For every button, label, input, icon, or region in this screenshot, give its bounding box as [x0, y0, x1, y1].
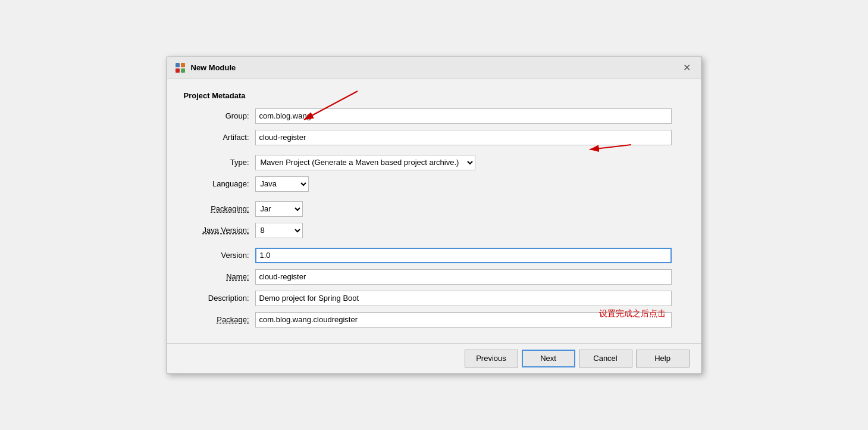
packaging-select[interactable]: Jar War [255, 201, 303, 217]
svg-line-6 [590, 145, 631, 149]
help-button[interactable]: Help [636, 350, 690, 367]
section-title: Project Metadata [184, 91, 685, 100]
title-bar: New Module ✕ [167, 57, 701, 79]
description-input[interactable] [255, 291, 672, 306]
version-label: Version: [184, 251, 255, 260]
dialog-footer: Previous Next Cancel Help [167, 343, 701, 373]
name-label: Name: [184, 272, 255, 281]
svg-rect-3 [181, 68, 185, 73]
type-row: Type: Maven Project (Generate a Maven ba… [184, 155, 685, 170]
java-version-label: Java Version: [184, 226, 255, 235]
language-label: Language: [184, 179, 255, 188]
title-bar-left: New Module [174, 62, 236, 74]
packaging-label: Packaging: [184, 204, 255, 213]
language-row: Language: Java Kotlin Groovy [184, 176, 685, 192]
name-input[interactable] [255, 269, 672, 285]
package-input[interactable] [255, 312, 672, 328]
group-input[interactable] [255, 108, 672, 124]
version-row: Version: [184, 248, 685, 263]
module-icon [174, 62, 186, 74]
packaging-row: Packaging: Jar War [184, 201, 685, 217]
svg-rect-2 [176, 68, 180, 73]
type-label: Type: [184, 158, 255, 167]
version-input[interactable] [255, 248, 672, 263]
description-row: Description: [184, 291, 685, 306]
new-module-dialog: New Module ✕ Project Metadata Group: [167, 57, 702, 374]
group-label: Group: [184, 111, 255, 120]
close-button[interactable]: ✕ [679, 62, 694, 74]
package-label: Package: [184, 315, 255, 324]
name-row: Name: [184, 269, 685, 285]
dialog-title: New Module [191, 63, 236, 72]
description-label: Description: [184, 294, 255, 303]
svg-rect-1 [181, 63, 185, 67]
group-row: Group: [184, 108, 685, 124]
java-version-row: Java Version: 8 11 17 [184, 223, 685, 238]
package-row: Package: [184, 312, 685, 328]
artifact-row: Artifact: [184, 130, 685, 145]
previous-button[interactable]: Previous [465, 350, 518, 367]
svg-rect-0 [176, 63, 180, 67]
artifact-label: Artifact: [184, 133, 255, 142]
java-version-select[interactable]: 8 11 17 [255, 223, 303, 238]
dialog-content: Project Metadata Group: Artifact: Type: … [167, 79, 701, 343]
next-button[interactable]: Next [522, 350, 575, 367]
cancel-button[interactable]: Cancel [579, 350, 632, 367]
language-select[interactable]: Java Kotlin Groovy [255, 176, 309, 192]
artifact-input[interactable] [255, 130, 672, 145]
type-select[interactable]: Maven Project (Generate a Maven based pr… [255, 155, 475, 170]
